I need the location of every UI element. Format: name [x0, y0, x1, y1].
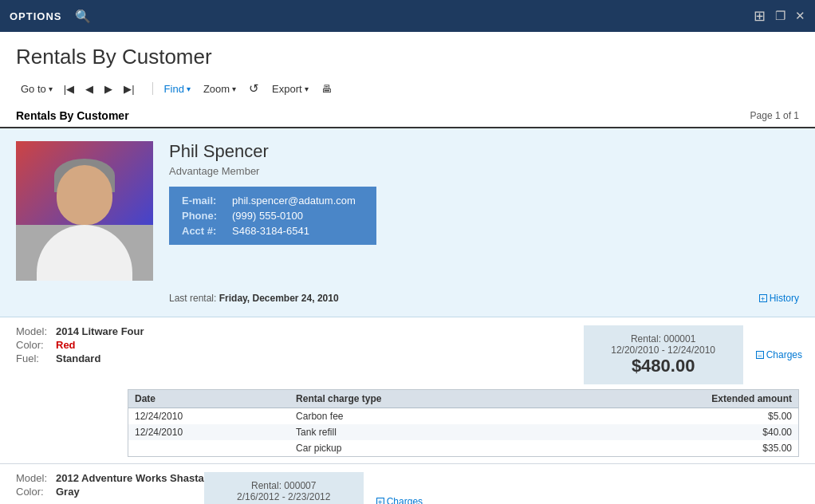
- rental-dates-2: 2/16/2012 - 2/23/2012: [220, 491, 348, 502]
- customer-footer: Last rental: Friday, December 24, 2010 +…: [169, 293, 799, 304]
- top-bar-left: OPTIONS 🔍: [10, 9, 91, 24]
- phone-label: Phone:: [182, 210, 226, 222]
- last-page-button[interactable]: ▶|: [119, 81, 139, 97]
- photo-face: [57, 165, 112, 225]
- page-title: Rentals By Customer: [16, 45, 799, 69]
- acct-row: Acct #: S468-3184-6541: [182, 225, 364, 237]
- charges-table-container-1: Date Rental charge type Extended amount …: [128, 389, 799, 457]
- find-button[interactable]: Find ▾: [159, 81, 195, 97]
- model-value-1: 2014 Litware Four: [56, 325, 144, 337]
- main-content: Rentals By Customer Go to ▾ |◀ ◀ ▶ ▶| Fi…: [0, 32, 815, 504]
- acct-label: Acct #:: [182, 225, 226, 237]
- phone-value: (999) 555-0100: [232, 210, 303, 222]
- rental-details-left-2: Model: 2012 Adventure Works Shasta Color…: [0, 472, 204, 499]
- rental-number-1: Rental: 000001: [600, 333, 727, 345]
- charges-toggle-2[interactable]: + Charges: [364, 490, 435, 504]
- rental-dates-1: 12/20/2010 - 12/24/2010: [600, 345, 727, 356]
- report-header-strip: Rentals By Customer Page 1 of 1: [0, 104, 815, 128]
- report-area[interactable]: Rentals By Customer Page 1 of 1 Phil Spe…: [0, 104, 815, 504]
- table-row: Car pickup$35.00: [128, 440, 798, 456]
- customer-info: Phil Spencer Advantage Member E-mail: ph…: [169, 141, 799, 304]
- email-row: E-mail: phil.spencer@adatum.com: [182, 195, 364, 207]
- fuel-row-1: Fuel: Standard: [16, 352, 568, 364]
- table-row: 12/24/2010Carbon fee$5.00: [128, 408, 798, 425]
- rental-section-2: Model: 2012 Adventure Works Shasta Color…: [0, 464, 815, 504]
- print-button[interactable]: 🖶: [317, 81, 337, 97]
- email-value: phil.spencer@adatum.com: [232, 195, 356, 207]
- next-page-button[interactable]: ▶: [100, 81, 117, 97]
- model-value-2: 2012 Adventure Works Shasta: [56, 472, 204, 484]
- navigation-group: Go to ▾ |◀ ◀ ▶ ▶|: [16, 81, 140, 97]
- color-value-2: Gray: [56, 486, 80, 498]
- prev-page-button[interactable]: ◀: [81, 81, 98, 97]
- rental-number-2: Rental: 000007: [220, 480, 348, 491]
- rental-details-left-1: Model: 2014 Litware Four Color: Red Fuel…: [0, 325, 584, 366]
- options-label[interactable]: OPTIONS: [10, 10, 62, 22]
- page-header: Rentals By Customer: [0, 32, 815, 76]
- rental-header-row-1: Model: 2014 Litware Four Color: Red Fuel…: [0, 317, 815, 389]
- report-header-title: Rentals By Customer: [16, 109, 129, 122]
- close-icon[interactable]: ✕: [795, 9, 805, 23]
- col-date: Date: [128, 390, 289, 408]
- top-bar-right: ⊞ ❐ ✕: [754, 7, 805, 25]
- col-type: Rental charge type: [289, 390, 551, 408]
- rental-price-1: $480.00: [600, 356, 727, 376]
- restore-icon[interactable]: ❐: [775, 9, 785, 23]
- toolbar-separator-1: [152, 82, 153, 95]
- customer-name: Phil Spencer: [169, 141, 799, 162]
- goto-button[interactable]: Go to ▾: [16, 81, 57, 97]
- table-row: 12/24/2010Tank refill$40.00: [128, 424, 798, 440]
- first-page-button[interactable]: |◀: [59, 81, 79, 97]
- rental-summary-2: Rental: 000007 2/16/2012 - 2/23/2012 $84…: [204, 472, 364, 504]
- customer-membership: Advantage Member: [169, 165, 799, 177]
- model-label-2: Model:: [16, 472, 56, 484]
- fuel-label-1: Fuel:: [16, 352, 56, 364]
- refresh-button[interactable]: ↺: [244, 79, 264, 98]
- acct-value: S468-3184-6541: [232, 225, 309, 237]
- color-label-2: Color:: [16, 486, 56, 498]
- color-label-1: Color:: [16, 339, 56, 351]
- fuel-value-1: Standard: [56, 352, 100, 364]
- toolbar: Go to ▾ |◀ ◀ ▶ ▶| Find ▾ Zoom ▾: [0, 76, 815, 104]
- col-amount: Extended amount: [551, 390, 798, 408]
- charges-table-1: Date Rental charge type Extended amount …: [128, 390, 798, 456]
- goto-chevron: ▾: [49, 85, 53, 93]
- charges-header-row: Date Rental charge type Extended amount: [128, 390, 798, 408]
- last-rental-date: Friday, December 24, 2010: [219, 293, 339, 304]
- office-icon[interactable]: ⊞: [754, 7, 766, 25]
- customer-contact-box: E-mail: phil.spencer@adatum.com Phone: (…: [169, 187, 376, 245]
- customer-card: Phil Spencer Advantage Member E-mail: ph…: [0, 128, 815, 317]
- search-icon[interactable]: 🔍: [75, 9, 91, 24]
- rental-header-row-2: Model: 2012 Adventure Works Shasta Color…: [0, 464, 815, 504]
- customer-photo: [16, 141, 153, 281]
- color-row-1: Color: Red: [16, 339, 568, 351]
- email-label: E-mail:: [182, 195, 226, 207]
- rental-section-1: Model: 2014 Litware Four Color: Red Fuel…: [0, 317, 815, 464]
- model-row-1: Model: 2014 Litware Four: [16, 325, 568, 337]
- charges-toggle-1[interactable]: − Charges: [743, 343, 815, 367]
- color-row-2: Color: Gray: [16, 486, 204, 498]
- zoom-button[interactable]: Zoom ▾: [199, 81, 241, 97]
- model-label-1: Model:: [16, 325, 56, 337]
- history-link[interactable]: + History: [759, 293, 799, 304]
- rental-summary-1: Rental: 000001 12/20/2010 - 12/24/2010 $…: [584, 325, 743, 384]
- page-info: Page 1 of 1: [750, 110, 799, 121]
- color-value-1: Red: [56, 339, 76, 351]
- export-button[interactable]: Export ▾: [267, 81, 313, 97]
- model-row-2: Model: 2012 Adventure Works Shasta: [16, 472, 204, 484]
- last-rental: Last rental: Friday, December 24, 2010: [169, 293, 339, 304]
- top-bar: OPTIONS 🔍 ⊞ ❐ ✕: [0, 0, 815, 32]
- phone-row: Phone: (999) 555-0100: [182, 210, 364, 222]
